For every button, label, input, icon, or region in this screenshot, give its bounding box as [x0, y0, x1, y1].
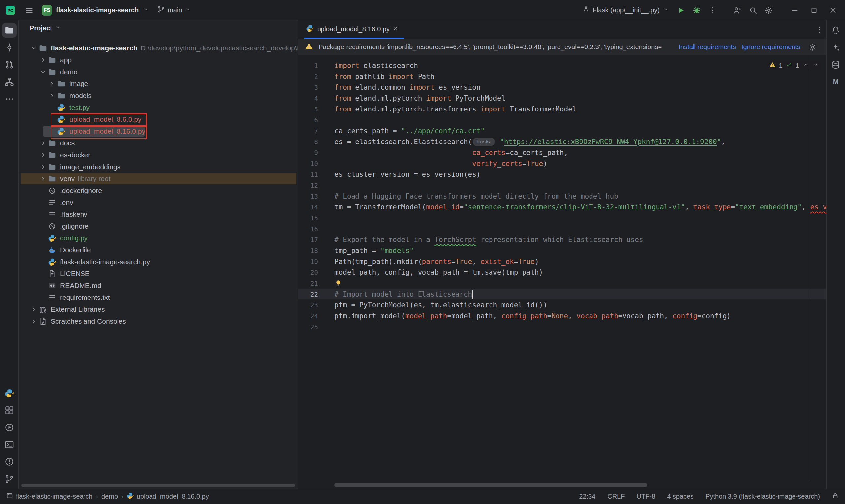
problems-tool-icon[interactable] [2, 454, 17, 469]
project-selector[interactable]: FS flask-elastic-image-search [41, 5, 148, 16]
tree-item[interactable]: config.py [19, 232, 298, 244]
line-number[interactable]: 12 [298, 182, 327, 189]
maximize-button[interactable] [805, 3, 823, 17]
tree-item[interactable]: venv library root [19, 173, 298, 185]
code-line[interactable]: 9 ca_certs=ca_certs_path, [298, 147, 826, 158]
line-number[interactable]: 19 [298, 258, 327, 265]
commit-tool-icon[interactable] [2, 40, 17, 55]
file-encoding[interactable]: UTF-8 [636, 493, 655, 500]
line-number[interactable]: 25 [298, 323, 327, 330]
tree-item[interactable]: Dockerfile [19, 244, 298, 256]
next-problem-icon[interactable] [812, 61, 819, 70]
line-number[interactable]: 18 [298, 247, 327, 254]
run-tool-icon[interactable] [2, 420, 17, 435]
code-line[interactable]: 3from eland.common import es_version [298, 82, 826, 93]
branch-selector[interactable]: main [157, 5, 191, 15]
code-line[interactable]: 8es = elasticsearch.Elasticsearch(hosts:… [298, 136, 826, 147]
tree-item[interactable]: upload_model_8.16.0.py [19, 125, 298, 137]
code-with-me-icon[interactable] [730, 3, 744, 17]
close-button[interactable] [825, 3, 842, 17]
run-button[interactable] [674, 3, 688, 17]
line-number[interactable]: 13 [298, 193, 327, 200]
banner-settings-icon[interactable] [806, 40, 820, 54]
project-panel-header[interactable]: Project [19, 20, 298, 36]
line-number[interactable]: 8 [298, 138, 327, 145]
chevron-right-icon[interactable] [38, 140, 48, 146]
line-number[interactable]: 21 [298, 280, 327, 287]
tree-item[interactable]: README.md [19, 280, 298, 292]
line-number[interactable]: 11 [298, 171, 327, 178]
breadcrumb-item[interactable]: upload_model_8.16.0.py [127, 492, 209, 501]
main-menu-icon[interactable] [22, 3, 36, 17]
prev-problem-icon[interactable] [803, 61, 809, 70]
code-line[interactable]: 6 [298, 114, 826, 125]
line-number[interactable]: 5 [298, 106, 327, 113]
services-tool-icon[interactable] [2, 403, 17, 418]
database-tool-icon[interactable] [828, 57, 843, 72]
tree-item[interactable]: flask-elastic-image-search D:\develop\py… [19, 42, 298, 54]
editor-scrollbar[interactable] [334, 483, 647, 487]
code-line[interactable]: 2from pathlib import Path [298, 71, 826, 82]
code-line[interactable]: 24ptm.import_model(model_path=model_path… [298, 310, 826, 321]
chevron-right-icon[interactable] [47, 92, 57, 99]
tree-item[interactable]: flask-elastic-image-search.py [19, 256, 298, 268]
tree-item[interactable]: requirements.txt [19, 292, 298, 304]
more-tool-icon[interactable] [2, 92, 17, 106]
line-number[interactable]: 10 [298, 160, 327, 167]
code-line[interactable]: 14tm = TransformerModel(model_id="senten… [298, 201, 826, 212]
tree-item[interactable]: app [19, 54, 298, 66]
pull-requests-tool-icon[interactable] [2, 57, 17, 72]
code-line[interactable]: 17# Export the model in a TorchScrpt rep… [298, 234, 826, 245]
tree-item[interactable]: External Libraries [19, 304, 298, 315]
code-line[interactable]: 19Path(tmp_path).mkdir(parents=True, exi… [298, 256, 826, 267]
chevron-down-icon[interactable] [29, 45, 39, 52]
ignore-requirements-link[interactable]: Ignore requirements [741, 43, 800, 51]
intention-bulb-icon[interactable] [334, 280, 342, 287]
chevron-right-icon[interactable] [38, 176, 48, 182]
minimize-button[interactable] [786, 3, 804, 17]
line-number[interactable]: 9 [298, 149, 327, 156]
ai-assistant-tool-icon[interactable] [828, 40, 843, 55]
debug-button[interactable] [690, 3, 704, 17]
tree-item[interactable]: upload_model_8.6.0.py [19, 113, 298, 125]
code-line[interactable]: 20model_path, config, vocab_path = tm.sa… [298, 267, 826, 278]
chevron-right-icon[interactable] [29, 306, 39, 313]
code-line[interactable]: 5from eland.ml.pytorch.transformers impo… [298, 104, 826, 114]
tab-options-icon[interactable] [812, 23, 826, 37]
line-number[interactable]: 20 [298, 269, 327, 276]
line-number[interactable]: 14 [298, 203, 327, 211]
tab-close-icon[interactable] [393, 25, 399, 33]
line-separator[interactable]: CRLF [608, 493, 624, 500]
line-number[interactable]: 16 [298, 225, 327, 233]
run-config-selector[interactable]: Flask (app/__init__.py) [582, 6, 669, 15]
tree-item[interactable]: demo [19, 66, 298, 78]
code-line[interactable]: 7ca_certs_path = "../app/conf/ca.crt" [298, 125, 826, 136]
tree-item[interactable]: .flaskenv [19, 209, 298, 220]
chevron-right-icon[interactable] [47, 80, 57, 87]
code-line[interactable]: 10 verify_certs=True) [298, 158, 826, 169]
line-number[interactable]: 7 [298, 127, 327, 134]
terminal-tool-icon[interactable] [2, 437, 17, 452]
search-everywhere-icon[interactable] [746, 3, 760, 17]
breadcrumb-item[interactable]: flask-elastic-image-search [6, 492, 92, 501]
line-number[interactable]: 4 [298, 95, 327, 102]
code-line[interactable]: 1import elasticsearch [298, 60, 826, 71]
tree-item[interactable]: test.py [19, 102, 298, 113]
line-number[interactable]: 15 [298, 214, 327, 222]
tree-item[interactable]: es-docker [19, 149, 298, 161]
settings-icon[interactable] [762, 3, 776, 17]
code-line[interactable]: 25 [298, 321, 826, 332]
chevron-right-icon[interactable] [38, 164, 48, 170]
code-line[interactable]: 21 [298, 278, 826, 289]
notifications-tool-icon[interactable] [828, 23, 843, 38]
python-packages-tool-icon[interactable] [2, 386, 17, 400]
tree-item[interactable]: .gitignore [19, 220, 298, 232]
code-line[interactable]: 4from eland.ml.pytorch import PyTorchMod… [298, 93, 826, 104]
indent-style[interactable]: 4 spaces [667, 493, 693, 500]
lock-icon[interactable] [832, 492, 839, 501]
tree-item[interactable]: .env [19, 197, 298, 209]
code-line[interactable]: 12 [298, 180, 826, 191]
project-scrollbar[interactable] [21, 484, 295, 487]
breadcrumb-item[interactable]: demo [101, 493, 118, 500]
code-line[interactable]: 23ptm = PyTorchModel(es, tm.elasticsearc… [298, 300, 826, 310]
